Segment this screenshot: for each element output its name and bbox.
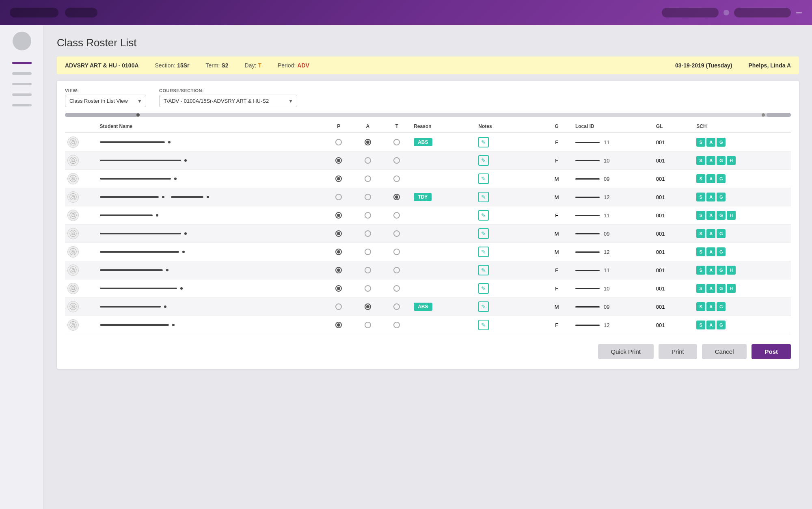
sch-btn-g[interactable]: G [717, 247, 726, 256]
sidebar-item-3[interactable] [12, 93, 32, 96]
sch-btn-a[interactable]: A [706, 266, 715, 275]
absent-radio[interactable] [365, 285, 371, 292]
absent-radio-cell[interactable] [353, 225, 382, 243]
present-radio-cell[interactable] [324, 243, 353, 261]
tardy-radio-cell[interactable] [382, 133, 412, 152]
present-radio-cell[interactable] [324, 261, 353, 279]
notes-cell[interactable]: ✎ [476, 225, 540, 243]
scroll-thumb[interactable] [65, 113, 138, 117]
notes-cell[interactable]: ✎ [476, 279, 540, 298]
sch-btn-h[interactable]: H [727, 284, 736, 293]
tardy-radio[interactable] [393, 157, 400, 164]
sch-btn-h[interactable]: H [727, 156, 736, 165]
present-radio[interactable] [335, 175, 342, 182]
sch-btn-s[interactable]: S [696, 174, 705, 183]
sch-btn-h[interactable]: H [727, 266, 736, 275]
notes-edit-icon[interactable]: ✎ [478, 247, 489, 257]
present-radio-cell[interactable] [324, 298, 353, 316]
absent-radio[interactable] [365, 230, 371, 237]
tardy-radio-cell[interactable] [382, 152, 412, 170]
notes-edit-icon[interactable]: ✎ [478, 137, 489, 147]
sch-btn-s[interactable]: S [696, 156, 705, 165]
nav-search-bar[interactable] [662, 8, 719, 17]
sidebar-item-4[interactable] [12, 104, 32, 106]
sch-btn-s[interactable]: S [696, 284, 705, 293]
present-radio-cell[interactable] [324, 133, 353, 152]
sch-btn-h[interactable]: H [727, 211, 736, 220]
sch-btn-a[interactable]: A [706, 193, 715, 201]
absent-radio[interactable] [365, 175, 371, 182]
student-name-bar[interactable] [100, 214, 322, 217]
sch-btn-a[interactable]: A [706, 302, 715, 311]
sch-btn-g[interactable]: G [717, 284, 726, 293]
view-select[interactable]: Class Roster in List View [65, 95, 146, 107]
absent-radio-cell[interactable] [353, 133, 382, 152]
present-radio[interactable] [335, 285, 342, 292]
notes-cell[interactable]: ✎ [476, 133, 540, 152]
sidebar-active-item[interactable] [12, 62, 32, 64]
tardy-radio-cell[interactable] [382, 188, 412, 206]
notes-cell[interactable]: ✎ [476, 152, 540, 170]
sch-btn-g[interactable]: G [717, 211, 726, 220]
absent-radio[interactable] [365, 194, 371, 200]
sch-btn-g[interactable]: G [717, 266, 726, 275]
sch-btn-a[interactable]: A [706, 211, 715, 220]
notes-cell[interactable]: ✎ [476, 261, 540, 279]
notes-edit-icon[interactable]: ✎ [478, 283, 489, 294]
tardy-radio-cell[interactable] [382, 298, 412, 316]
sch-btn-a[interactable]: A [706, 174, 715, 183]
sch-btn-s[interactable]: S [696, 193, 705, 201]
absent-radio-cell[interactable] [353, 170, 382, 188]
present-radio[interactable] [335, 194, 342, 200]
notes-edit-icon[interactable]: ✎ [478, 265, 489, 275]
sch-btn-g[interactable]: G [717, 229, 726, 238]
sch-btn-s[interactable]: S [696, 302, 705, 311]
print-button[interactable]: Print [659, 344, 697, 359]
notes-edit-icon[interactable]: ✎ [478, 228, 489, 239]
absent-radio[interactable] [365, 139, 371, 145]
student-name-bar[interactable] [100, 232, 322, 235]
absent-radio[interactable] [365, 303, 371, 310]
absent-radio-cell[interactable] [353, 206, 382, 225]
present-radio[interactable] [335, 303, 342, 310]
sch-btn-a[interactable]: A [706, 284, 715, 293]
tardy-radio-cell[interactable] [382, 206, 412, 225]
present-radio[interactable] [335, 212, 342, 219]
absent-radio-cell[interactable] [353, 243, 382, 261]
nav-user-bar[interactable] [734, 8, 791, 17]
present-radio[interactable] [335, 267, 342, 273]
post-button[interactable]: Post [752, 344, 791, 359]
course-select-wrapper[interactable]: T/ADV - 0100A/15Sr-ADVSRY ART & HU-S2 ▼ [159, 95, 297, 107]
tardy-radio-cell[interactable] [382, 316, 412, 334]
tardy-radio[interactable] [393, 175, 400, 182]
notes-cell[interactable]: ✎ [476, 170, 540, 188]
notes-cell[interactable]: ✎ [476, 243, 540, 261]
present-radio-cell[interactable] [324, 188, 353, 206]
sch-btn-g[interactable]: G [717, 156, 726, 165]
sch-btn-a[interactable]: A [706, 138, 715, 147]
student-name-bar[interactable] [100, 305, 322, 308]
tardy-radio-cell[interactable] [382, 243, 412, 261]
absent-radio-cell[interactable] [353, 188, 382, 206]
sch-btn-a[interactable]: A [706, 229, 715, 238]
tardy-radio[interactable] [393, 212, 400, 219]
student-name-bar[interactable] [100, 287, 322, 290]
sch-btn-g[interactable]: G [717, 321, 726, 329]
notes-cell[interactable]: ✎ [476, 298, 540, 316]
tardy-radio[interactable] [393, 322, 400, 328]
sch-btn-s[interactable]: S [696, 247, 705, 256]
absent-radio-cell[interactable] [353, 279, 382, 298]
present-radio-cell[interactable] [324, 316, 353, 334]
present-radio[interactable] [335, 157, 342, 164]
sch-btn-g[interactable]: G [717, 302, 726, 311]
sch-btn-s[interactable]: S [696, 266, 705, 275]
sch-btn-s[interactable]: S [696, 138, 705, 147]
horizontal-scrollbar[interactable] [65, 113, 791, 117]
sch-btn-g[interactable]: G [717, 138, 726, 147]
notes-edit-icon[interactable]: ✎ [478, 320, 489, 330]
student-name-bar[interactable] [100, 159, 322, 162]
absent-radio[interactable] [365, 267, 371, 273]
tardy-radio-cell[interactable] [382, 170, 412, 188]
notes-cell[interactable]: ✎ [476, 206, 540, 225]
absent-radio-cell[interactable] [353, 261, 382, 279]
